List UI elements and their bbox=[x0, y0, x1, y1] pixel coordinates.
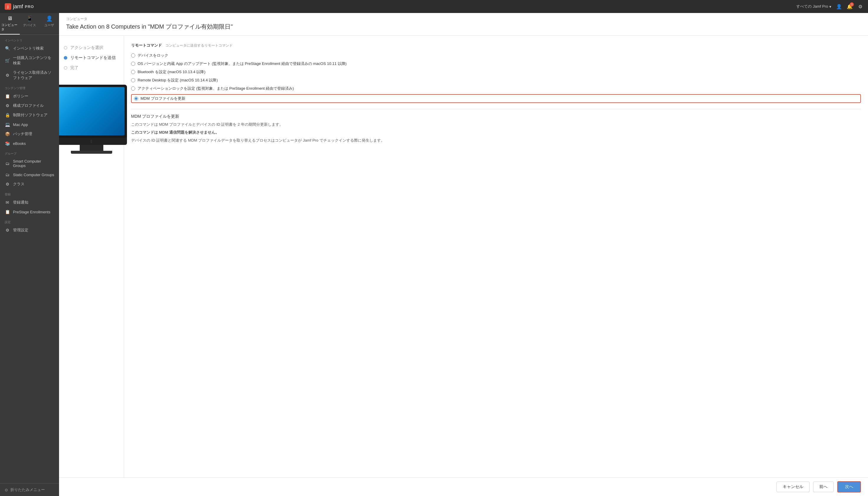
sidebar-item-label: ポリシー bbox=[13, 94, 28, 99]
cart-icon: 🛒 bbox=[5, 58, 10, 63]
instance-dropdown[interactable]: すべての Jamf Pro ▾ bbox=[796, 4, 832, 9]
sidebar-item-ebooks[interactable]: 📚 eBooks bbox=[0, 139, 59, 148]
computer-tab-icon: 🖥 bbox=[7, 15, 12, 21]
sidebar-item-policies[interactable]: 📋 ポリシー bbox=[0, 92, 59, 101]
step-label-3: 完了 bbox=[70, 65, 78, 71]
collapse-icon: ⊙ bbox=[5, 488, 8, 492]
inner-layout: アクションを選択 リモートコマンドを送信 完了  bbox=[59, 36, 868, 477]
topbar-right: すべての Jamf Pro ▾ 👤 🔔 3 ⚙ bbox=[796, 3, 863, 10]
sidebar-item-label: 管理設定 bbox=[13, 228, 28, 233]
section-title: リモートコマンド bbox=[131, 43, 162, 48]
static-group-icon: 🗂 bbox=[5, 172, 10, 177]
sidebar-item-restricted-software[interactable]: 🔒 制限付ソフトウェア bbox=[0, 110, 59, 120]
sidebar-item-label: クラス bbox=[13, 182, 25, 187]
radio-option-remote-desktop[interactable]: Remote Desktop を設定 (macOS 10.14.4 以降) bbox=[131, 78, 861, 83]
sidebar-item-patch-management[interactable]: 📦 パッチ管理 bbox=[0, 129, 59, 139]
wizard-step-1: アクションを選択 bbox=[64, 43, 119, 53]
settings-icon[interactable]: ⚙ bbox=[857, 3, 863, 10]
management-icon: ⚙ bbox=[5, 228, 10, 233]
sidebar-item-label: Mac App bbox=[13, 122, 28, 127]
lock-icon: 🔒 bbox=[5, 112, 10, 118]
wizard-step-3: 完了 bbox=[64, 63, 119, 73]
radio-input-activation-lock[interactable] bbox=[131, 87, 135, 91]
content-area: コンピュータ Take Action on 8 Computers in "MD… bbox=[59, 13, 868, 496]
radio-input-mdm-profile[interactable] bbox=[134, 96, 138, 100]
mac-stand bbox=[80, 145, 103, 151]
page-header: コンピュータ Take Action on 8 Computers in "MD… bbox=[59, 13, 868, 36]
sidebar-item-mac-app[interactable]: 💻 Mac App bbox=[0, 120, 59, 129]
radio-option-activation-lock[interactable]: アクティベーションロックを設定 (監視対象、または PreStage Enrol… bbox=[131, 86, 861, 91]
prestage-icon: 📋 bbox=[5, 209, 10, 215]
mac-monitor bbox=[59, 85, 127, 138]
sidebar-item-config-profiles[interactable]: ⚙ 構成プロファイル bbox=[0, 101, 59, 110]
mac-chin:  bbox=[59, 138, 127, 145]
desc-text-1: このコマンドは MDM プロファイルとデバイスの ID 証明書を 2 年の期間分… bbox=[131, 122, 861, 128]
desc-text-3: デバイスの ID 証明書と関連する MDM プロファイルデータを取り替えるプロセ… bbox=[131, 138, 861, 144]
policy-icon: 📋 bbox=[5, 94, 10, 99]
page-title: Take Action on 8 Computers in "MDM プロファイ… bbox=[66, 23, 861, 31]
section-label-groups: グループ bbox=[0, 148, 59, 157]
sidebar-item-smart-groups[interactable]: 🗂 Smart Computer Groups bbox=[0, 157, 59, 170]
radio-input-bluetooth[interactable] bbox=[131, 70, 135, 74]
section-label-settings: 設定 bbox=[0, 217, 59, 226]
sidebar-collapse-button[interactable]: ⊙ 折りたたみメニュー bbox=[0, 483, 59, 496]
device-tab-icon: 📱 bbox=[26, 15, 33, 22]
sidebar-item-enrollment-notification[interactable]: ✉ 登録通知 bbox=[0, 198, 59, 207]
next-button[interactable]: 次へ bbox=[837, 481, 861, 493]
sidebar-item-inventory-search[interactable]: 🔍 インベントリ検索 bbox=[0, 44, 59, 53]
sidebar-item-static-groups[interactable]: 🗂 Static Computer Groups bbox=[0, 170, 59, 180]
logo: j jamf PRO bbox=[5, 3, 34, 10]
mail-icon: ✉ bbox=[5, 200, 10, 205]
sidebar-item-label: パッチ管理 bbox=[13, 131, 32, 137]
radio-input-update[interactable] bbox=[131, 62, 135, 66]
sidebar-item-licensed-software[interactable]: ⚙ ライセンス取得済みソフトウェア bbox=[0, 68, 59, 83]
sidebar-item-label: ライセンス取得済みソフトウェア bbox=[13, 70, 54, 80]
notifications-icon[interactable]: 🔔 3 bbox=[847, 3, 853, 10]
main-panel: リモートコマンド コンピュータに送信するリモートコマンド デバイスをロック OS… bbox=[124, 36, 868, 477]
breadcrumb: コンピュータ bbox=[66, 17, 861, 21]
class-icon: ⚙ bbox=[5, 182, 10, 187]
nav-tab-user[interactable]: 👤 ユーザ bbox=[39, 13, 59, 34]
device-tab-label: デバイス bbox=[23, 23, 36, 28]
sidebar-item-label: インベントリ検索 bbox=[13, 46, 44, 51]
sidebar: 🖥 コンピュータ 📱 デバイス 👤 ユーザ インベントリ 🔍 インベントリ検索 … bbox=[0, 13, 59, 496]
radio-input-lock[interactable] bbox=[131, 53, 135, 58]
radio-option-bluetooth[interactable]: Bluetooth を設定 (macOS 10.13.4 以降) bbox=[131, 69, 861, 75]
sidebar-item-label: 構成プロファイル bbox=[13, 103, 44, 108]
sidebar-item-label: 登録通知 bbox=[13, 200, 28, 205]
logo-text: jamf bbox=[13, 3, 23, 10]
section-header: リモートコマンド コンピュータに送信するリモートコマンド bbox=[131, 43, 861, 48]
mac-screen bbox=[59, 87, 125, 136]
radio-label-update: OS バージョンと内蔵 App のアップデート (監視対象、または PreSta… bbox=[138, 61, 347, 66]
cancel-button[interactable]: キャンセル bbox=[776, 482, 809, 492]
step-dot-1 bbox=[64, 46, 67, 50]
collapse-label: 折りたたみメニュー bbox=[10, 487, 45, 493]
prev-button[interactable]: 前へ bbox=[813, 482, 834, 492]
radio-input-remote-desktop[interactable] bbox=[131, 78, 135, 82]
sidebar-item-management-settings[interactable]: ⚙ 管理設定 bbox=[0, 226, 59, 235]
user-icon[interactable]: 👤 bbox=[836, 3, 842, 10]
radio-option-mdm-profile[interactable]: MDM プロファイルを更新 bbox=[131, 94, 861, 103]
sidebar-item-label: Static Computer Groups bbox=[13, 173, 54, 177]
nav-tab-device[interactable]: 📱 デバイス bbox=[20, 13, 40, 34]
config-icon: ⚙ bbox=[5, 103, 10, 108]
pro-text: PRO bbox=[25, 4, 34, 9]
search-icon: 🔍 bbox=[5, 46, 10, 51]
computer-tab-label: コンピュータ bbox=[1, 23, 19, 32]
radio-option-update[interactable]: OS バージョンと内蔵 App のアップデート (監視対象、または PreSta… bbox=[131, 61, 861, 66]
nav-tab-computer[interactable]: 🖥 コンピュータ bbox=[0, 13, 20, 34]
mac-illustration:  bbox=[64, 85, 119, 154]
sidebar-item-prestage[interactable]: 📋 PreStage Enrollments bbox=[0, 207, 59, 217]
wizard-step-2: リモートコマンドを送信 bbox=[64, 53, 119, 63]
sidebar-item-vpp[interactable]: 🛒 一括購入コンテンツを検索 bbox=[0, 53, 59, 68]
desc-text-2-strong: このコマンドは MDM 通信問題を解決させません。 bbox=[131, 130, 219, 135]
patch-icon: 📦 bbox=[5, 131, 10, 137]
radio-option-lock[interactable]: デバイスをロック bbox=[131, 53, 861, 58]
radio-label-bluetooth: Bluetooth を設定 (macOS 10.13.4 以降) bbox=[138, 69, 205, 75]
desc-text-2: このコマンドは MDM 通信問題を解決させません。 bbox=[131, 129, 861, 136]
sidebar-item-classes[interactable]: ⚙ クラス bbox=[0, 180, 59, 189]
section-label-content: コンテンツ管理 bbox=[0, 83, 59, 92]
topbar: j jamf PRO すべての Jamf Pro ▾ 👤 🔔 3 ⚙ bbox=[0, 0, 868, 13]
jamf-icon: j bbox=[5, 3, 11, 10]
sidebar-item-label: eBooks bbox=[13, 141, 26, 146]
